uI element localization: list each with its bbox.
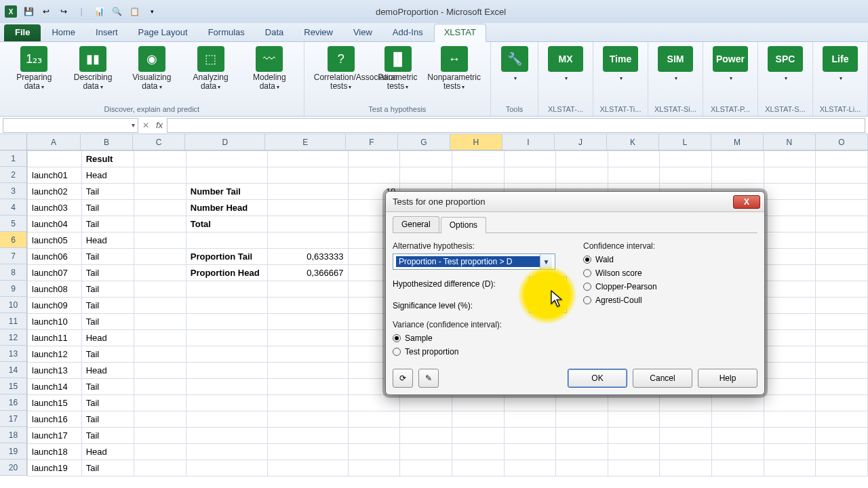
cell-C20[interactable]	[134, 460, 186, 476]
cell-N17[interactable]	[764, 411, 816, 428]
dialog-tab-general[interactable]: General	[393, 216, 439, 232]
cell-E6[interactable]	[267, 232, 348, 249]
cell-N20[interactable]	[764, 460, 816, 476]
btn-sim[interactable]: SIM▾	[654, 45, 697, 83]
cell-M16[interactable]	[712, 395, 764, 411]
cell-N3[interactable]	[764, 184, 816, 200]
cell-O20[interactable]	[816, 460, 868, 476]
dialog-titlebar[interactable]: Tests for one proportion X	[386, 192, 764, 212]
cell-D5[interactable]: Total	[186, 216, 267, 232]
cell-N2[interactable]	[764, 167, 816, 184]
cell-A5[interactable]: launch04	[28, 216, 82, 232]
col-header-K[interactable]: K	[607, 134, 659, 150]
row-header-4[interactable]: 4	[0, 199, 26, 216]
btn-correlation-tests[interactable]: ?Correlation/Association tests▾	[310, 45, 372, 92]
cell-N13[interactable]	[764, 346, 816, 363]
cell-C14[interactable]	[134, 363, 186, 379]
cell-H20[interactable]	[452, 460, 505, 476]
btn-describing-data[interactable]: ▮▮Describing data▾	[64, 45, 122, 92]
cell-G2[interactable]	[400, 167, 452, 184]
cancel-formula-icon[interactable]: ✕	[140, 121, 152, 130]
cell-B18[interactable]: Tail	[81, 428, 134, 444]
cell-N16[interactable]	[764, 395, 816, 411]
cell-D13[interactable]	[186, 346, 267, 363]
cell-I2[interactable]	[504, 167, 556, 184]
cell-B3[interactable]: Tail	[81, 184, 134, 200]
cell-D10[interactable]	[186, 298, 267, 314]
btn-analyzing-data[interactable]: ⬚Analyzing data▾	[182, 45, 239, 92]
cell-O15[interactable]	[816, 379, 868, 395]
formula-input[interactable]	[167, 118, 865, 133]
cell-G16[interactable]	[400, 395, 452, 411]
row-header-2[interactable]: 2	[0, 167, 26, 183]
cell-I1[interactable]	[504, 151, 556, 167]
cell-C10[interactable]	[134, 298, 186, 314]
cell-G1[interactable]	[400, 151, 452, 167]
cell-N10[interactable]	[764, 298, 816, 314]
cell-C3[interactable]	[134, 184, 186, 200]
row-header-16[interactable]: 16	[0, 394, 26, 411]
cell-I20[interactable]	[504, 460, 556, 476]
cell-J1[interactable]	[556, 151, 608, 167]
cell-F19[interactable]	[348, 444, 400, 460]
cell-A11[interactable]: launch10	[28, 314, 82, 330]
cell-H17[interactable]	[452, 411, 505, 428]
cell-D2[interactable]	[186, 167, 267, 184]
btn-spc[interactable]: SPC▾	[764, 45, 807, 83]
cell-B8[interactable]: Tail	[81, 265, 134, 281]
cell-C15[interactable]	[134, 379, 186, 395]
row-header-8[interactable]: 8	[0, 264, 26, 281]
cell-C18[interactable]	[134, 428, 186, 444]
btn-power[interactable]: Power▾	[709, 45, 752, 83]
cell-A10[interactable]: launch09	[28, 298, 82, 314]
cell-J18[interactable]	[556, 428, 608, 444]
undo-icon[interactable]: ↩	[38, 3, 54, 20]
cell-M18[interactable]	[712, 428, 764, 444]
cell-B15[interactable]: Tail	[81, 379, 134, 395]
name-box[interactable]	[3, 118, 138, 133]
cell-K16[interactable]	[608, 395, 660, 411]
cell-A12[interactable]: launch11	[28, 330, 82, 346]
tab-view[interactable]: View	[344, 24, 382, 41]
col-header-N[interactable]: N	[764, 134, 816, 150]
col-header-E[interactable]: E	[265, 134, 345, 150]
row-header-15[interactable]: 15	[0, 378, 26, 394]
tab-formulas[interactable]: Formulas	[199, 24, 254, 41]
col-header-H[interactable]: H	[450, 134, 502, 150]
col-header-J[interactable]: J	[555, 134, 607, 150]
cell-E16[interactable]	[267, 395, 348, 411]
cell-N14[interactable]	[764, 363, 816, 379]
cell-D14[interactable]	[186, 363, 267, 379]
cell-D6[interactable]	[186, 232, 267, 249]
cell-F1[interactable]	[348, 151, 400, 167]
cell-A16[interactable]: launch15	[28, 395, 82, 411]
cell-I19[interactable]	[504, 444, 556, 460]
cell-D15[interactable]	[186, 379, 267, 395]
cell-O8[interactable]	[816, 265, 868, 281]
cell-A6[interactable]: launch05	[28, 232, 82, 249]
select-alt-hypothesis[interactable]: Proportion - Test proportion > D ▼	[393, 253, 555, 270]
pencil-icon[interactable]: ✎	[418, 369, 439, 388]
col-header-C[interactable]: C	[133, 134, 185, 150]
cell-E10[interactable]	[267, 298, 348, 314]
row-header-5[interactable]: 5	[0, 216, 26, 232]
close-icon[interactable]: X	[733, 195, 760, 209]
cell-N8[interactable]	[764, 265, 816, 281]
radio-variance-sample[interactable]: Sample	[393, 333, 567, 343]
cell-F18[interactable]	[348, 428, 400, 444]
cell-B9[interactable]: Tail	[81, 281, 134, 298]
cell-E15[interactable]	[267, 379, 348, 395]
col-header-M[interactable]: M	[711, 134, 764, 150]
cell-D19[interactable]	[186, 444, 267, 460]
cell-N19[interactable]	[764, 444, 816, 460]
tab-data[interactable]: Data	[256, 24, 293, 41]
radio-variance-testprop[interactable]: Test proportion	[393, 347, 567, 357]
cell-O3[interactable]	[816, 184, 868, 200]
cell-O13[interactable]	[816, 346, 868, 363]
cell-B5[interactable]: Tail	[81, 216, 134, 232]
cell-N18[interactable]	[764, 428, 816, 444]
cell-F17[interactable]	[348, 411, 400, 428]
cell-L20[interactable]	[660, 460, 712, 476]
cell-B17[interactable]: Tail	[81, 411, 134, 428]
cell-O12[interactable]	[816, 330, 868, 346]
